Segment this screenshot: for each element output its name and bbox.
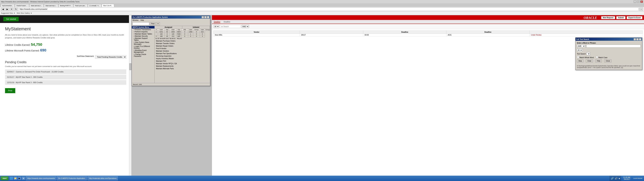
xbox-scrollbar[interactable] — [129, 15, 131, 176]
forward-button[interactable]: ▶ — [5, 8, 9, 11]
xbox-body: MyStatement All you need to know about y… — [0, 23, 131, 176]
nav-perform-inquiries[interactable]: • Perform Inquiries — [132, 31, 154, 33]
nav-maintain-support[interactable]: • Maintain Support Tables — [132, 37, 154, 41]
tab-staar-2[interactable]: staar.aarcorp.c... — [44, 4, 58, 7]
nav-process-transactions[interactable]: • Process Transactions — [132, 28, 154, 31]
radio-whole-word[interactable] — [577, 56, 579, 58]
find-input[interactable] — [132, 22, 149, 25]
help-button[interactable]: Help — [595, 60, 602, 62]
grid-row-1[interactable]: 1 5241 52 2640 NEW 0 1360 0 610 — [155, 31, 210, 33]
search-maximize[interactable]: □ — [636, 38, 639, 40]
nav-part-specs[interactable]: Maintain Part Specifications — [155, 52, 210, 55]
nav-find-vendor[interactable]: Find A Vendor — [155, 47, 210, 50]
nav-maintain-security[interactable]: • Maintain Security — [132, 35, 154, 37]
xbox-scroll-thumb[interactable] — [129, 63, 131, 70]
close-button[interactable]: ✕ — [640, 0, 643, 3]
nav-receiving[interactable]: Receiving Inspection — [155, 55, 210, 57]
new-request-button[interactable]: New Request — [601, 16, 615, 19]
export-excel-button[interactable]: Export to Excel — [627, 16, 642, 19]
nav-replacements[interactable]: Maintain Replacements — [155, 65, 210, 67]
clear-button[interactable]: Clear — [586, 60, 593, 62]
sort-select[interactable]: Total Pending Rewards Credits — [95, 55, 126, 59]
oracle-panel: ORACLE New Request Submit Export to Exce… — [212, 15, 644, 176]
search-dropdown[interactable]: AMB — [577, 44, 585, 48]
bookmark-webslice[interactable]: Web Slice Gallery ▼ — [17, 12, 32, 14]
search-minimize[interactable]: _ — [634, 38, 636, 40]
print-button[interactable]: Print — [5, 88, 15, 93]
nav-vendor-rfq[interactable]: Maintain Vendor RFQ's / EA — [155, 62, 210, 65]
bookmark-suggested[interactable]: Suggested Sites ▼ — [1, 12, 16, 14]
nav-purchase-orders[interactable]: Maintain Purchase Orders — [155, 40, 210, 42]
nav-fgc[interactable]: Maintain FGC — [155, 60, 210, 62]
nav-alternate-parts[interactable]: Maintain Alternate Parts — [155, 67, 210, 70]
imops-minimize[interactable]: _ — [202, 16, 204, 18]
tab-deadline-1[interactable]: Deadline — [214, 21, 220, 23]
address-bar[interactable] — [18, 8, 639, 11]
go-button[interactable]: → — [639, 8, 643, 11]
error-message: E:\TechSgtApp\dtdSearchIndex\SplashIndex… — [576, 64, 642, 70]
start-button[interactable]: start — [1, 176, 8, 180]
grid-status: RSLVD — [177, 38, 182, 40]
tab-xbox[interactable]: Xbox Live R... — [102, 4, 114, 7]
tab-track[interactable]: Track your pac... — [74, 4, 88, 7]
back-button[interactable]: ◀ — [1, 8, 5, 11]
taskbar-item-imops[interactable]: Div 5-IMOPS Production Application... — [57, 176, 87, 180]
search-input[interactable] — [220, 25, 240, 28]
search-all-select[interactable]: All — [577, 48, 582, 52]
search-controls: _ □ ✕ — [634, 38, 641, 40]
tab-staar-1[interactable]: staar.aarcorp.c... — [29, 4, 44, 7]
imops-maximize[interactable]: □ — [204, 16, 206, 18]
ie-icon[interactable]: 🌐 — [10, 177, 13, 180]
search-phrase-input[interactable] — [586, 44, 641, 48]
radio-match-whole[interactable]: Match Whole Word — [577, 56, 594, 58]
nav-repair-orders[interactable]: Maintain Repair Orders — [155, 45, 210, 47]
nav-workflow[interactable]: • Workflow Event Management — [132, 49, 154, 53]
tab-boeing[interactable]: Boeing PART P... — [58, 4, 73, 7]
nav-inquiry-inventory[interactable]: Inquiry Inventory Master — [155, 57, 210, 60]
get-started-button[interactable]: Get started — [3, 17, 18, 21]
submit-button[interactable]: Submit — [616, 16, 626, 19]
table-row: thew Mills 3/6/17 00:00 AOG Under Review — [214, 34, 643, 36]
minimize-button[interactable]: _ — [634, 0, 636, 3]
stop-button[interactable]: ✕ — [10, 8, 14, 11]
tab-unread[interactable]: (1 unread) - k... — [88, 4, 101, 7]
nav-transfer-orders[interactable]: Maintain Transfer Orders — [155, 42, 210, 45]
tab-myconnection[interactable]: myConnection... — [1, 4, 14, 7]
refresh-button[interactable]: ↻ — [14, 8, 18, 11]
folder-icon[interactable]: 📁 — [14, 177, 17, 180]
arrow-icon[interactable]: ◀ — [618, 178, 620, 179]
nav-logon-different[interactable]: • Logon To a Different Division — [132, 45, 154, 49]
find-button[interactable]: Find — [150, 22, 156, 26]
tab-deadline-2[interactable]: Deadline — [224, 21, 230, 23]
imops-controls: _ □ ✕ — [202, 16, 209, 18]
all-filter-select[interactable]: All — [214, 25, 219, 28]
close-search-button[interactable]: Close — [604, 60, 612, 62]
table-header-row: Vendor Deadline Deadline — [214, 31, 643, 34]
taskbar-item-xbox[interactable]: https://rewards.xbox.com/myrewards/ — [26, 176, 56, 180]
media-icon[interactable]: ▶ — [18, 177, 21, 180]
imops-nav-left: IMOPS System Menu • Process Transactions… — [132, 26, 155, 83]
search-type-select[interactable] — [586, 52, 590, 55]
tab-oracle-fusion[interactable]: Oracle Fusion ... — [15, 4, 29, 7]
nav-change-password[interactable]: • Change Oracle Password — [132, 53, 154, 57]
nav-maintain-master[interactable]: • Maintain Master Tables — [132, 33, 154, 35]
grid-row-3[interactable]: 2 248 20 213 WIP 0 0 0 3 — [155, 35, 210, 37]
imops-close[interactable]: ✕ — [207, 16, 209, 18]
maximize-button[interactable]: □ — [637, 0, 640, 3]
stop-button[interactable]: Stop — [577, 60, 584, 62]
pending-title: Pending Credits — [5, 60, 126, 64]
nav-vendors[interactable]: Maintain Vendors — [155, 50, 210, 52]
menu-window[interactable]: Window — [132, 19, 138, 21]
taskbar-item-delta[interactable]: http://materials.delta.com/Operations... — [88, 176, 118, 180]
nav-view-news[interactable]: • View System News Messages — [132, 41, 154, 45]
clear-btn[interactable]: ✕ — [156, 22, 160, 26]
volume-icon[interactable]: 🔊 — [615, 177, 618, 180]
menu-help[interactable]: Help — [140, 19, 144, 21]
search-close[interactable]: ✕ — [639, 38, 641, 40]
radio-case[interactable] — [596, 56, 598, 58]
cell-r2-9: 0 — [200, 33, 205, 35]
show-desktop-icon[interactable]: 🖥 — [22, 177, 25, 180]
radio-match-case[interactable]: Match Case — [596, 56, 608, 58]
grid-row-2[interactable]: 193 0 120 FWD 0 1 0 0 — [155, 33, 210, 35]
amd-filter-select[interactable]: AMD — [242, 25, 249, 28]
